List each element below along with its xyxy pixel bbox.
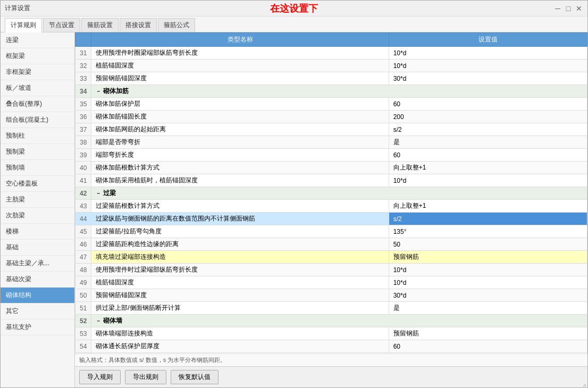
sidebar-item-14[interactable]: 基础主梁／承... — [1, 256, 74, 272]
row-num: 33 — [75, 72, 91, 85]
row-num: 52 — [75, 315, 91, 327]
row-value[interactable]: 10*d — [389, 276, 587, 289]
row-value[interactable]: 10*d — [389, 264, 587, 276]
row-value[interactable]: 60 — [389, 340, 587, 353]
row-value[interactable]: 是 — [389, 302, 587, 315]
col-value-header: 设置值 — [389, 33, 587, 47]
bottom-bar: 导入规则导出规则恢复默认值 — [75, 366, 587, 387]
row-num: 46 — [75, 238, 91, 251]
table-area[interactable]: 类型名称 设置值 31 使用预埋件时圈梁端部纵筋弯折长度 10*d 32 植筋锚… — [75, 32, 587, 353]
row-num: 31 — [75, 47, 91, 60]
row-value[interactable]: s/2 — [389, 213, 587, 225]
row-value[interactable]: 10*d — [389, 174, 587, 187]
row-value[interactable]: 30*d — [389, 289, 587, 302]
sidebar-item-9[interactable]: 空心楼盖板 — [1, 176, 74, 192]
row-name[interactable]: 砌体加筋根数计算方式 — [91, 162, 389, 174]
sidebar-item-13[interactable]: 基础 — [1, 240, 74, 256]
sidebar-item-12[interactable]: 楼梯 — [1, 224, 74, 240]
row-num: 47 — [75, 251, 91, 264]
sidebar-item-16[interactable]: 砌体结构 — [1, 288, 74, 303]
resize-handle[interactable]: ⊿ — [583, 383, 587, 387]
row-name[interactable]: 使用预埋件时圈梁端部纵筋弯折长度 — [91, 47, 389, 60]
row-name[interactable]: 砌体墙端部连接构造 — [91, 327, 389, 340]
sidebar-item-7[interactable]: 预制梁 — [1, 144, 74, 160]
row-value[interactable]: 50 — [389, 238, 587, 251]
row-name[interactable]: 使用预埋件时过梁端部纵筋弯折长度 — [91, 264, 389, 276]
row-value[interactable]: 预留钢筋 — [389, 251, 587, 264]
action-button-2[interactable]: 恢复默认值 — [171, 370, 219, 384]
sidebar-item-5[interactable]: 组合板(混凝土) — [1, 112, 74, 128]
sidebar-item-11[interactable]: 次肋梁 — [1, 208, 74, 224]
row-name[interactable]: 填充墙过梁端部连接构造 — [91, 251, 389, 264]
sidebar-item-0[interactable]: 连梁 — [1, 32, 74, 48]
row-num: 37 — [75, 123, 91, 136]
row-num: 54 — [75, 340, 91, 353]
row-value[interactable]: 135° — [389, 225, 587, 238]
row-value[interactable]: 60 — [389, 149, 587, 162]
row-value[interactable]: 10*d — [389, 47, 587, 60]
sidebar-item-15[interactable]: 基础次梁 — [1, 272, 74, 288]
row-name[interactable]: 预留钢筋锚固深度 — [91, 72, 389, 85]
row-name[interactable]: 过梁箍筋根数计算方式 — [91, 200, 389, 213]
row-num: 32 — [75, 60, 91, 72]
sidebar-item-1[interactable]: 框架梁 — [1, 48, 74, 64]
row-name[interactable]: 砌体加筋保护层 — [91, 98, 389, 111]
row-value[interactable]: 向上取整+1 — [389, 162, 587, 174]
sidebar-item-4[interactable]: 叠合板(整厚) — [1, 96, 74, 112]
tab-1[interactable]: 节点设置 — [43, 18, 80, 32]
action-button-0[interactable]: 导入规则 — [79, 370, 121, 384]
row-name[interactable]: 预留钢筋锚固深度 — [91, 289, 389, 302]
main-window: 计算设置 在这设置下 ─ □ ✕ 计算规则节点设置箍筋设置搭接设置箍筋公式 连梁… — [0, 0, 588, 388]
row-num: 34 — [75, 85, 91, 98]
row-name[interactable]: 过梁纵筋与侧面钢筋的距离在数值范围内不计算侧面钢筋 — [91, 213, 389, 225]
sidebar-item-10[interactable]: 主肋梁 — [1, 192, 74, 208]
row-num: 49 — [75, 276, 91, 289]
action-button-1[interactable]: 导出规则 — [125, 370, 166, 384]
row-value[interactable]: 向上取整+1 — [389, 200, 587, 213]
row-num: 36 — [75, 111, 91, 123]
row-value[interactable]: 200 — [389, 111, 587, 123]
footer-hint: 输入格式：具体数值或 s/ 数值，s 为水平分布钢筋间距。 — [75, 353, 587, 366]
row-name[interactable]: 砌体通长筋保护层厚度 — [91, 340, 389, 353]
row-name[interactable]: 植筋锚固深度 — [91, 276, 389, 289]
row-value[interactable]: 30*d — [389, 72, 587, 85]
row-name[interactable]: 过梁箍筋距构造性边缘的距离 — [91, 238, 389, 251]
row-value[interactable]: 预留钢筋 — [389, 327, 587, 340]
row-value[interactable]: s/2 — [389, 123, 587, 136]
row-value[interactable]: 10*d — [389, 60, 587, 72]
row-num: 35 — [75, 98, 91, 111]
settings-table: 类型名称 设置值 31 使用预埋件时圈梁端部纵筋弯折长度 10*d 32 植筋锚… — [75, 32, 587, 353]
sidebar-item-6[interactable]: 预制柱 — [1, 128, 74, 144]
tab-2[interactable]: 箍筋设置 — [81, 18, 119, 32]
tab-4[interactable]: 箍筋公式 — [158, 18, 195, 32]
sidebar-item-17[interactable]: 其它 — [1, 303, 74, 319]
row-value[interactable]: 60 — [389, 98, 587, 111]
row-num: 50 — [75, 289, 91, 302]
sidebar-item-3[interactable]: 板／坡道 — [1, 80, 74, 96]
window-controls: ─ □ ✕ — [553, 4, 583, 13]
row-num: 41 — [75, 174, 91, 187]
tab-0[interactable]: 计算规则 — [5, 18, 42, 32]
tab-3[interactable]: 搭接设置 — [120, 18, 157, 32]
maximize-button[interactable]: □ — [564, 4, 573, 13]
close-button[interactable]: ✕ — [575, 4, 583, 13]
row-name[interactable]: 端部弯折长度 — [91, 149, 389, 162]
row-name[interactable]: 拱过梁上部/侧面钢筋断开计算 — [91, 302, 389, 315]
row-name[interactable]: 过梁箍筋/拉筋弯勾角度 — [91, 225, 389, 238]
minimize-button[interactable]: ─ — [553, 4, 562, 13]
sidebar-item-8[interactable]: 预制墙 — [1, 160, 74, 176]
row-name[interactable]: 植筋锚固深度 — [91, 60, 389, 72]
row-name[interactable]: 砌体加筋锚固长度 — [91, 111, 389, 123]
row-num: 38 — [75, 136, 91, 149]
group-name: －砌体墙 — [91, 315, 587, 327]
row-name[interactable]: 砌体加筋网筋的起始距离 — [91, 123, 389, 136]
row-num: 48 — [75, 264, 91, 276]
col-name-header: 类型名称 — [91, 33, 389, 47]
row-name[interactable]: 砌体加筋采用植筋时，植筋锚固深度 — [91, 174, 389, 187]
row-value[interactable]: 是 — [389, 136, 587, 149]
sidebar: 连梁框架梁非框架梁板／坡道叠合板(整厚)组合板(混凝土)预制柱预制梁预制墙空心楼… — [1, 32, 75, 387]
row-name[interactable]: 端部是否带弯折 — [91, 136, 389, 149]
row-num: 53 — [75, 327, 91, 340]
sidebar-item-2[interactable]: 非框架梁 — [1, 64, 74, 80]
sidebar-item-18[interactable]: 基坑支护 — [1, 319, 74, 335]
